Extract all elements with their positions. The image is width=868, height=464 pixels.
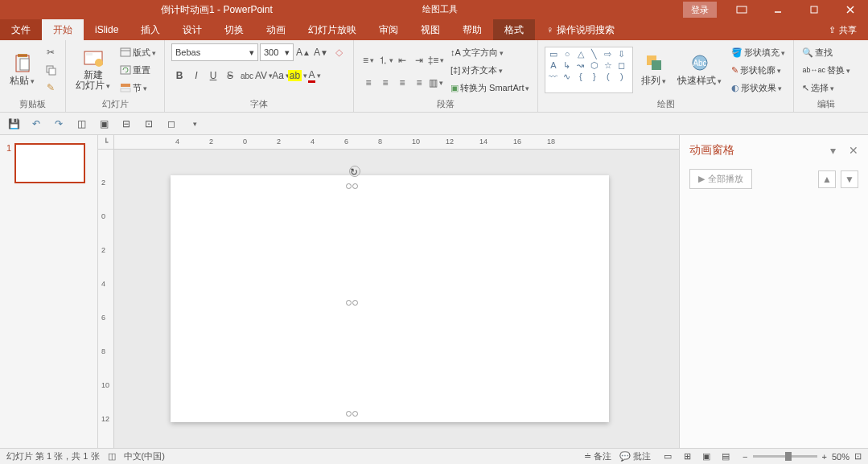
shapes-gallery[interactable]: ▭○△╲⇨⇩ A↳↝⬡☆◻ 〰∿{}() bbox=[545, 47, 633, 93]
qat-btn-5[interactable]: ▣ bbox=[95, 115, 113, 133]
cut-button[interactable]: ✂ bbox=[43, 44, 59, 60]
normal-view-button[interactable]: ▭ bbox=[659, 450, 677, 464]
font-color-button[interactable]: A bbox=[306, 68, 323, 84]
increase-font-button[interactable]: A▲ bbox=[295, 44, 311, 60]
horizontal-ruler[interactable]: 4 2 0 2 4 6 8 10 12 14 16 18 bbox=[114, 135, 679, 150]
vertical-ruler[interactable]: 2 0 2 4 6 8 10 12 bbox=[98, 150, 114, 448]
arrange-button[interactable]: 排列 bbox=[638, 51, 669, 89]
justify-button[interactable]: ≡ bbox=[411, 75, 427, 91]
shape-outline-button[interactable]: ✎形状轮廓 bbox=[730, 62, 787, 78]
save-button[interactable]: 💾 bbox=[5, 115, 23, 133]
reset-button[interactable]: 重置 bbox=[118, 62, 158, 78]
slide-editor[interactable]: ┗ 4 2 0 2 4 6 8 10 12 14 16 18 2 0 2 bbox=[98, 135, 679, 448]
strikethrough-button[interactable]: S bbox=[222, 68, 238, 84]
decrease-font-button[interactable]: A▼ bbox=[313, 44, 329, 60]
resize-handle[interactable] bbox=[352, 411, 358, 417]
shape-effects-button[interactable]: ◐形状效果 bbox=[730, 80, 787, 96]
move-down-button[interactable]: ▼ bbox=[841, 170, 858, 188]
slideshow-view-button[interactable]: ▤ bbox=[717, 450, 734, 464]
pane-close-button[interactable]: ✕ bbox=[849, 144, 858, 157]
qat-btn-4[interactable]: ◫ bbox=[72, 115, 90, 133]
reading-view-button[interactable]: ▣ bbox=[697, 450, 715, 464]
numbering-button[interactable]: ⒈ bbox=[377, 52, 393, 68]
tab-view[interactable]: 视图 bbox=[409, 19, 451, 40]
login-button[interactable]: 登录 bbox=[683, 2, 717, 18]
selected-shape[interactable]: ↻ bbox=[348, 183, 359, 417]
paste-button[interactable]: 粘贴 bbox=[6, 51, 38, 89]
ribbon-display-options-button[interactable] bbox=[723, 0, 759, 19]
close-button[interactable] bbox=[832, 0, 868, 19]
thumbnail-preview[interactable] bbox=[14, 143, 85, 183]
tab-animations[interactable]: 动画 bbox=[255, 19, 297, 40]
new-slide-button[interactable]: 新建 幻灯片 bbox=[72, 47, 113, 92]
line-spacing-button[interactable]: ‡≡ bbox=[428, 52, 444, 68]
bold-button[interactable]: B bbox=[171, 68, 187, 84]
qat-customize[interactable] bbox=[185, 115, 203, 133]
tab-insert[interactable]: 插入 bbox=[130, 19, 171, 40]
clear-formatting-button[interactable]: ◇ bbox=[331, 44, 347, 60]
replace-button[interactable]: ab↔ac替换 bbox=[800, 62, 852, 78]
resize-handle[interactable] bbox=[352, 183, 358, 189]
align-center-button[interactable]: ≡ bbox=[377, 75, 393, 91]
qat-btn-8[interactable]: ◻ bbox=[162, 115, 180, 133]
tab-review[interactable]: 审阅 bbox=[368, 19, 409, 40]
find-button[interactable]: 🔍查找 bbox=[800, 44, 852, 60]
char-spacing-button[interactable]: AV bbox=[256, 68, 272, 84]
text-direction-button[interactable]: ↕A文字方向 bbox=[449, 44, 531, 60]
redo-button[interactable]: ↷ bbox=[50, 115, 68, 133]
undo-button[interactable]: ↶ bbox=[27, 115, 45, 133]
zoom-out-button[interactable]: − bbox=[743, 452, 747, 462]
thumbnail-item[interactable]: 1 bbox=[6, 143, 91, 183]
section-button[interactable]: 节 bbox=[118, 80, 158, 96]
underline-button[interactable]: U bbox=[205, 68, 221, 84]
resize-handle[interactable] bbox=[346, 183, 352, 189]
notes-button[interactable]: ≐ 备注 bbox=[584, 450, 611, 462]
shape-fill-button[interactable]: 🪣形状填充 bbox=[730, 44, 787, 60]
play-all-button[interactable]: ▶ 全部播放 bbox=[689, 169, 752, 189]
font-name-combo[interactable]: Bebas▾ bbox=[171, 43, 258, 61]
tab-transitions[interactable]: 切换 bbox=[213, 19, 255, 40]
move-up-button[interactable]: ▲ bbox=[818, 170, 836, 188]
qat-btn-6[interactable]: ⊟ bbox=[117, 115, 135, 133]
columns-button[interactable]: ▥ bbox=[428, 75, 444, 91]
minimize-button[interactable] bbox=[759, 0, 796, 19]
zoom-slider[interactable] bbox=[753, 455, 817, 458]
bullets-button[interactable]: ≡ bbox=[360, 52, 376, 68]
copy-button[interactable] bbox=[43, 62, 59, 78]
tell-me-search[interactable]: ♀ 操作说明搜索 bbox=[535, 19, 626, 40]
zoom-in-button[interactable]: + bbox=[822, 452, 827, 462]
share-button[interactable]: ⇪ 共享 bbox=[817, 19, 868, 40]
resize-handle[interactable] bbox=[346, 411, 352, 417]
layout-button[interactable]: 版式 bbox=[118, 44, 158, 60]
language-label[interactable]: 中文(中国) bbox=[124, 450, 165, 462]
fit-to-window-button[interactable]: ⊡ bbox=[854, 451, 862, 462]
align-right-button[interactable]: ≡ bbox=[394, 75, 410, 91]
zoom-thumb[interactable] bbox=[785, 452, 792, 461]
accessibility-icon[interactable]: ◫ bbox=[108, 451, 116, 462]
resize-handle[interactable] bbox=[346, 300, 352, 306]
tab-format[interactable]: 格式 bbox=[493, 19, 535, 40]
format-painter-button[interactable]: ✎ bbox=[43, 80, 59, 96]
quick-styles-button[interactable]: Abc 快速样式 bbox=[674, 51, 725, 89]
maximize-button[interactable] bbox=[796, 0, 832, 19]
zoom-level-label[interactable]: 50% bbox=[832, 452, 849, 462]
slide-canvas[interactable] bbox=[171, 175, 609, 422]
shadow-button[interactable]: abc bbox=[239, 68, 255, 84]
select-button[interactable]: ↖选择 bbox=[800, 80, 852, 96]
sorter-view-button[interactable]: ⊞ bbox=[678, 450, 696, 464]
qat-btn-7[interactable]: ⊡ bbox=[140, 115, 158, 133]
decrease-indent-button[interactable]: ⇤ bbox=[394, 52, 410, 68]
tab-islide[interactable]: iSlide bbox=[84, 19, 130, 40]
align-left-button[interactable]: ≡ bbox=[360, 75, 376, 91]
tab-help[interactable]: 帮助 bbox=[451, 19, 493, 40]
comments-button[interactable]: 💬 批注 bbox=[619, 450, 651, 462]
tab-home[interactable]: 开始 bbox=[42, 19, 84, 40]
italic-button[interactable]: I bbox=[188, 68, 204, 84]
highlight-button[interactable]: ab bbox=[290, 68, 306, 84]
rotation-handle[interactable]: ↻ bbox=[349, 166, 360, 177]
slide-thumbnail-panel[interactable]: 1 bbox=[0, 135, 98, 448]
change-case-button[interactable]: Aa bbox=[273, 68, 289, 84]
resize-handle[interactable] bbox=[352, 300, 358, 306]
smartart-button[interactable]: ▣转换为 SmartArt bbox=[449, 80, 531, 96]
align-text-button[interactable]: [‡]对齐文本 bbox=[449, 62, 531, 78]
